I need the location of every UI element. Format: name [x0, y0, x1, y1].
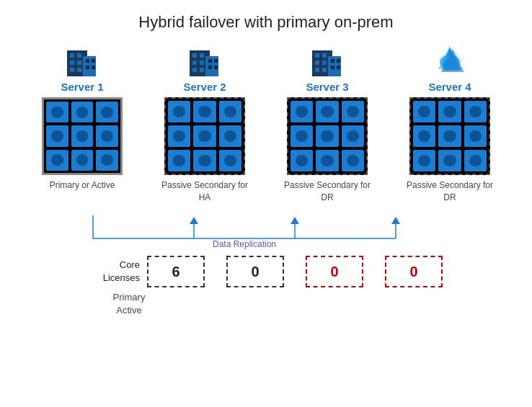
- cpu-chip: [46, 102, 68, 122]
- replication-area: Data Replication: [43, 215, 489, 250]
- svg-marker-45: [391, 217, 400, 224]
- license-box-server2: 0: [226, 256, 284, 287]
- cpu-chip: [219, 125, 241, 147]
- svg-rect-2: [70, 53, 74, 58]
- server1-building-icon: [64, 39, 100, 78]
- svg-rect-30: [315, 68, 319, 72]
- svg-rect-27: [322, 53, 327, 58]
- svg-rect-11: [92, 66, 95, 69]
- cpu-chip: [96, 125, 118, 146]
- svg-rect-29: [322, 61, 327, 65]
- svg-rect-20: [208, 59, 212, 63]
- svg-marker-41: [190, 217, 198, 224]
- svg-rect-23: [214, 66, 218, 69]
- cpu-chip: [413, 125, 435, 147]
- cpu-chip: [193, 101, 216, 122]
- cpu-chip: [219, 101, 241, 122]
- svg-rect-9: [92, 59, 95, 63]
- cpu-chip: [193, 125, 216, 147]
- cpu-chip: [71, 125, 94, 146]
- cpu-chip: [342, 125, 364, 147]
- svg-rect-18: [192, 68, 197, 72]
- cpu-chip: [342, 150, 364, 171]
- primary-active-area: Primary Active: [43, 290, 489, 316]
- cpu-chip: [464, 150, 487, 171]
- cpu-chip: [464, 125, 487, 147]
- servers-row: Server 1 Primary or Active: [32, 39, 500, 214]
- svg-rect-34: [331, 66, 334, 69]
- license-box-server1: 6: [147, 256, 205, 287]
- cpu-chip: [316, 150, 338, 171]
- cpu-chip: [438, 150, 461, 171]
- server2-cpu-box: [164, 97, 245, 175]
- cpu-chip: [219, 150, 241, 171]
- cpu-chip: [464, 101, 487, 122]
- svg-rect-6: [70, 68, 74, 72]
- cpu-chip: [291, 101, 313, 122]
- cpu-chip: [342, 101, 364, 122]
- svg-rect-21: [214, 59, 218, 63]
- cpu-chip: [413, 101, 435, 122]
- server4-cpu-box: [409, 97, 490, 175]
- svg-rect-16: [192, 61, 197, 65]
- svg-rect-7: [77, 68, 81, 72]
- cpu-chip: [96, 150, 118, 171]
- cpu-chip: [168, 150, 190, 171]
- svg-rect-35: [337, 66, 340, 69]
- server2-building-icon: [187, 39, 223, 78]
- svg-marker-43: [291, 217, 299, 224]
- cpu-chip: [193, 150, 216, 171]
- cpu-chip: [316, 125, 338, 147]
- license-box-server3: 0: [306, 256, 363, 287]
- cpu-chip: [168, 101, 190, 122]
- cpu-chip: [71, 150, 94, 171]
- svg-rect-31: [322, 68, 327, 72]
- svg-rect-5: [77, 61, 81, 65]
- cpu-chip: [46, 125, 68, 146]
- server2-label: Server 2: [183, 81, 226, 93]
- server1-desc: Primary or Active: [50, 179, 115, 214]
- svg-rect-19: [200, 68, 204, 72]
- cpu-chip: [96, 102, 118, 122]
- svg-rect-8: [86, 59, 89, 63]
- licenses-section: Core Licenses 6 0 0 0: [89, 256, 443, 287]
- cpu-chip: [46, 150, 68, 171]
- server3-desc: Passive Secondary for DR: [277, 179, 378, 214]
- server-col-3: Server 3 Passive Secondary for DR: [277, 39, 378, 214]
- cpu-chip: [316, 101, 338, 122]
- svg-rect-22: [208, 66, 212, 69]
- license-box-server4: 0: [385, 256, 443, 287]
- svg-rect-28: [315, 61, 319, 65]
- server-col-4: Server 4 Passive Secondary for DR: [399, 39, 500, 214]
- server1-cpu-box: [42, 97, 123, 175]
- primary-active-label: Primary Active: [113, 292, 146, 316]
- page-title: Hybrid failover with primary on-prem: [138, 13, 393, 32]
- core-licenses-label: Core Licenses: [89, 259, 140, 285]
- cpu-chip: [291, 150, 313, 171]
- cpu-chip: [71, 102, 94, 122]
- main-content: Server 1 Primary or Active: [0, 39, 532, 407]
- server3-cpu-box: [287, 97, 368, 175]
- server3-label: Server 3: [306, 81, 348, 93]
- svg-rect-4: [70, 61, 74, 65]
- svg-rect-10: [86, 66, 89, 69]
- server-col-1: Server 1 Primary or Active: [32, 39, 133, 214]
- cpu-chip: [413, 150, 435, 171]
- cpu-chip: [438, 101, 461, 122]
- svg-rect-14: [192, 53, 197, 58]
- server1-label: Server 1: [61, 81, 103, 93]
- svg-rect-33: [337, 59, 340, 63]
- cpu-chip: [438, 125, 461, 147]
- server4-desc: Passive Secondary for DR: [399, 179, 500, 214]
- server-col-2: Server 2 Passive Secondary for HA: [154, 39, 255, 214]
- replication-arrows-svg: Data Replication: [43, 215, 489, 250]
- server3-building-icon: [309, 39, 345, 78]
- server4-cloud-icon: [431, 39, 469, 78]
- cpu-chip: [168, 125, 190, 147]
- svg-rect-15: [200, 53, 204, 58]
- cpu-chip: [291, 125, 313, 147]
- svg-rect-3: [77, 53, 81, 58]
- svg-text:Data Replication: Data Replication: [213, 239, 276, 249]
- licenses-boxes: 6 0 0 0: [147, 256, 443, 287]
- server2-desc: Passive Secondary for HA: [154, 179, 255, 214]
